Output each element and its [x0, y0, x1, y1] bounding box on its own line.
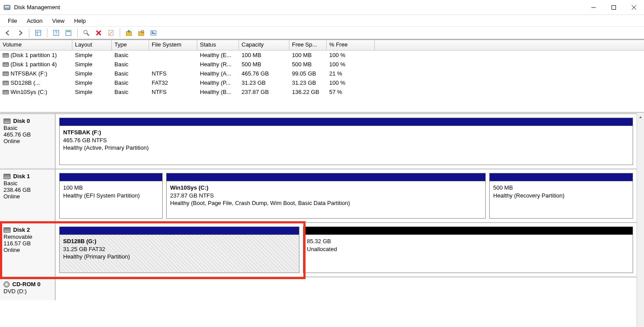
drive-icon	[4, 174, 11, 179]
partition[interactable]: Win10Sys (C:)237.87 GB NTFSHealthy (Boot…	[166, 173, 486, 219]
svg-rect-12	[67, 31, 70, 32]
partition-body: 500 MBHealthy (Recovery Partition)	[490, 181, 633, 218]
partition[interactable]: SD128B (G:)31.25 GB FAT32Healthy (Primar…	[59, 226, 299, 273]
col-free-space[interactable]: Free Sp...	[289, 40, 327, 50]
partition[interactable]: NTFSBAK (F:)465.76 GB NTFSHealthy (Activ…	[59, 118, 633, 165]
disk-partitions: 100 MBHealthy (EFI System Partition)Win1…	[56, 169, 637, 222]
volume-row[interactable]: (Disk 1 partition 4)SimpleBasicHealthy (…	[0, 60, 644, 69]
disk-name: Disk 0	[13, 118, 30, 124]
volume-layout: Simple	[72, 79, 112, 86]
partition[interactable]: 85.32 GBUnallocated	[303, 226, 633, 273]
partition-size: 100 MB	[63, 184, 159, 192]
partition-label: NTFSBAK (F:)	[63, 129, 629, 137]
col-capacity[interactable]: Capacity	[239, 40, 289, 50]
drive-icon	[3, 90, 9, 94]
partition[interactable]: 500 MBHealthy (Recovery Partition)	[489, 173, 633, 219]
partition-body: SD128B (G:)31.25 GB FAT32Healthy (Primar…	[60, 235, 299, 273]
svg-point-13	[84, 30, 87, 34]
volume-free: 100 MB	[289, 52, 327, 58]
svg-rect-11	[66, 30, 71, 36]
action-button-2[interactable]	[136, 28, 146, 38]
back-button[interactable]	[3, 28, 13, 38]
rescan-button[interactable]	[81, 28, 92, 38]
delete-button[interactable]	[93, 28, 104, 38]
action-button-3[interactable]	[148, 28, 159, 38]
properties-button[interactable]	[106, 28, 116, 38]
vertical-scrollbar[interactable]	[637, 113, 644, 327]
col-layout[interactable]: Layout	[72, 40, 112, 50]
volume-capacity: 465.76 GB	[239, 70, 289, 77]
disk-graphical-view: Disk 0Basic465.76 GBOnlineNTFSBAK (F:)46…	[0, 113, 644, 327]
volume-row[interactable]: SD128B (...SimpleBasicFAT32Healthy (P...…	[0, 78, 644, 87]
minimize-button[interactable]	[584, 0, 604, 15]
svg-rect-22	[152, 32, 153, 32]
close-button[interactable]	[624, 0, 644, 15]
show-hide-tree-button[interactable]	[33, 28, 43, 38]
cd-icon	[4, 281, 10, 287]
toolbar-separator	[29, 29, 29, 37]
disk-row: CD-ROM 0DVD (D:)	[0, 277, 637, 300]
col-file-system[interactable]: File System	[149, 40, 197, 50]
menu-view[interactable]: View	[48, 16, 69, 25]
partition-body: Win10Sys (C:)237.87 GB NTFSHealthy (Boot…	[167, 181, 485, 218]
volume-status: Healthy (B...	[197, 89, 239, 95]
disk-info-panel[interactable]: Disk 1Basic238.46 GBOnline	[0, 169, 56, 222]
volume-name: (Disk 1 partition 1)	[11, 52, 57, 58]
disk-info-panel[interactable]: CD-ROM 0DVD (D:)	[0, 277, 56, 300]
partition[interactable]: 100 MBHealthy (EFI System Partition)	[59, 173, 163, 219]
partition-header-bar	[303, 227, 633, 235]
disk-name: Disk 1	[13, 173, 30, 180]
volume-capacity: 237.87 GB	[239, 89, 289, 95]
drive-icon	[3, 53, 9, 57]
volume-layout: Simple	[72, 52, 112, 58]
volume-list: Volume Layout Type File System Status Ca…	[0, 40, 644, 113]
partition-header-bar	[167, 173, 485, 181]
window-controls	[584, 0, 644, 15]
volume-percent-free: 100 %	[327, 79, 375, 86]
forward-button[interactable]	[15, 28, 25, 38]
volume-name: Win10Sys (C:)	[11, 89, 47, 95]
volume-percent-free: 100 %	[327, 61, 375, 68]
toolbar-separator	[77, 29, 78, 37]
disk-type: Basic	[4, 125, 52, 131]
disk-type: Removable	[4, 234, 52, 240]
volume-free: 31.23 GB	[289, 79, 327, 86]
maximize-button[interactable]	[604, 0, 624, 15]
volume-capacity: 31.23 GB	[239, 79, 289, 86]
volume-free: 136.22 GB	[289, 89, 327, 95]
disk-name: Disk 2	[13, 226, 30, 233]
col-status[interactable]: Status	[197, 40, 239, 50]
partition-label: Win10Sys (C:)	[170, 184, 482, 192]
scroll-up-button[interactable]	[637, 113, 644, 121]
menu-action[interactable]: Action	[22, 16, 47, 25]
volume-fs: NTFS	[149, 89, 197, 95]
volume-percent-free: 57 %	[327, 89, 375, 95]
menu-bar: File Action View Help	[0, 15, 644, 26]
volume-row[interactable]: NTFSBAK (F:)SimpleBasicNTFSHealthy (A...…	[0, 69, 644, 78]
volume-row[interactable]: (Disk 1 partition 1)SimpleBasicHealthy (…	[0, 50, 644, 60]
volume-row[interactable]: Win10Sys (C:)SimpleBasicNTFSHealthy (B..…	[0, 87, 644, 97]
help-button[interactable]: ?	[51, 28, 61, 38]
partition-body: 100 MBHealthy (EFI System Partition)	[60, 181, 162, 218]
refresh-button[interactable]	[63, 28, 74, 38]
toolbar: ?	[0, 26, 644, 40]
partition-size: 465.76 GB NTFS	[63, 137, 629, 144]
volume-type: Basic	[112, 70, 149, 77]
volume-capacity: 500 MB	[239, 61, 289, 68]
svg-rect-3	[612, 5, 616, 9]
volume-fs: FAT32	[149, 79, 197, 86]
col-type[interactable]: Type	[112, 40, 149, 50]
disk-info-panel[interactable]: Disk 0Basic465.76 GBOnline	[0, 114, 56, 169]
disk-info-panel[interactable]: Disk 2Removable116.57 GBOnline	[0, 223, 56, 277]
volume-capacity: 100 MB	[239, 52, 289, 58]
action-button-1[interactable]	[124, 28, 134, 38]
col-percent-free[interactable]: % Free	[327, 40, 375, 50]
volume-status: Healthy (P...	[197, 79, 239, 86]
volume-name: (Disk 1 partition 4)	[11, 61, 57, 68]
partition-body: 85.32 GBUnallocated	[303, 235, 633, 273]
menu-file[interactable]: File	[4, 16, 21, 25]
col-volume[interactable]: Volume	[0, 40, 72, 50]
volume-layout: Simple	[72, 89, 112, 95]
volume-type: Basic	[112, 52, 149, 58]
menu-help[interactable]: Help	[70, 16, 90, 25]
